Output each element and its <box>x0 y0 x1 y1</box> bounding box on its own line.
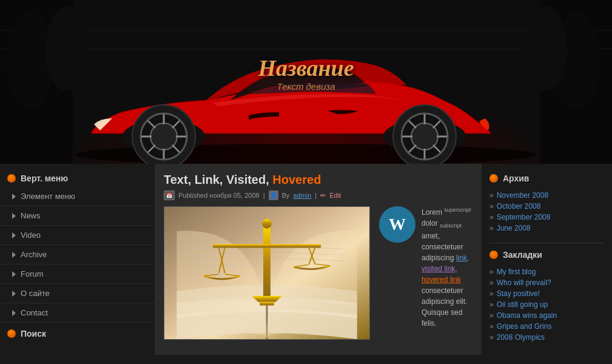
archive-links: November 2008 October 2008 September 200… <box>485 190 609 240</box>
sidebar-item-forum[interactable]: Forum <box>0 265 155 284</box>
archive-item-june: June 2008 <box>489 223 604 234</box>
post-published: Published ноября 05, 2008 <box>178 192 260 199</box>
scales-illustration <box>164 207 369 339</box>
meta-separator2: | <box>315 192 317 199</box>
sidebar-item-label: Элемент меню <box>21 192 75 201</box>
bookmark-item-6: Gripes and Grins <box>489 321 604 332</box>
bookmark-item-4: Oil still going up <box>489 299 604 310</box>
nav-header-bullet <box>7 174 16 183</box>
main-content: Text, Link, Visited, Hovered 📅 Published… <box>155 164 482 355</box>
archive-link-june[interactable]: June 2008 <box>497 224 531 232</box>
site-tagline: Текст девиза <box>258 81 354 92</box>
bookmark-item-3: Stay positive! <box>489 288 604 299</box>
bookmarks-header-label: Закладки <box>503 250 542 260</box>
arrow-icon <box>12 252 16 258</box>
bookmarks-bullet <box>489 251 498 259</box>
edit-link[interactable]: Edit <box>329 192 341 199</box>
sidebar-item-news[interactable]: News <box>0 206 155 226</box>
arrow-icon <box>12 271 16 277</box>
search-header-bullet <box>7 329 16 338</box>
sidebar-item-label: Video <box>21 231 41 240</box>
edit-icon: ✏ <box>320 192 326 200</box>
header-banner: Название Текст девиза <box>0 0 612 164</box>
sidebar-right: Архив November 2008 October 2008 Septemb… <box>482 164 612 355</box>
user-icon: 👤 <box>269 190 278 200</box>
visited-link[interactable]: visited link, <box>422 265 457 273</box>
arrow-icon <box>12 232 16 238</box>
post-title: Text, Link, Visited, Hovered <box>164 173 472 187</box>
bookmark-link-5[interactable]: Obama wins again <box>497 311 557 320</box>
sidebar-item-contact[interactable]: Contact <box>0 303 155 323</box>
search-header: Поиск <box>0 323 155 342</box>
text-dolor: dolor <box>422 219 438 228</box>
bookmark-links: My first blog Who will prevail? Stay pos… <box>485 266 609 349</box>
sidebar-item-label: News <box>21 211 41 220</box>
archive-item-september: September 2008 <box>489 212 604 223</box>
bookmarks-header: Закладки <box>485 246 609 263</box>
sidebar-left: Верт. меню Элемент меню News Video Archi… <box>0 164 155 355</box>
bookmark-item-7: 2008 Olympics <box>489 332 604 343</box>
bookmark-link-4[interactable]: Oil still going up <box>497 300 548 309</box>
post-title-normal: Text, Link, Visited, <box>164 173 272 186</box>
superscript-text: superscript <box>444 207 471 213</box>
post-image <box>164 206 370 340</box>
bookmark-link-6[interactable]: Gripes and Grins <box>497 322 552 331</box>
post-content: W Lorem superscript dolor subscript amet… <box>164 206 472 340</box>
calendar-icon: 📅 <box>164 190 175 200</box>
search-header-label: Поиск <box>21 329 46 339</box>
text-consectetuer: consectetuer adipiscing elit. Quisque se… <box>422 286 467 328</box>
sidebar-item-video[interactable]: Video <box>0 226 155 245</box>
hovered-link[interactable]: hovered link <box>422 275 461 284</box>
nav-header-label: Верт. меню <box>21 174 68 183</box>
archive-link-november[interactable]: November 2008 <box>497 191 548 200</box>
bookmark-link-2[interactable]: Who will prevail? <box>497 278 551 287</box>
main-wrapper: Верт. меню Элемент меню News Video Archi… <box>0 164 612 355</box>
bookmark-link-7[interactable]: 2008 Olympics <box>497 333 545 342</box>
sidebar-item-about[interactable]: О сайте <box>0 284 155 303</box>
text-lorem: Lorem <box>422 208 442 217</box>
svg-rect-55 <box>260 302 274 306</box>
post-header: Text, Link, Visited, Hovered 📅 Published… <box>164 173 472 200</box>
arrow-icon <box>12 213 16 219</box>
sidebar-item-label: О сайте <box>21 289 50 298</box>
bookmark-item-5: Obama wins again <box>489 310 604 321</box>
bookmark-item-2: Who will prevail? <box>489 277 604 288</box>
sidebar-item-archive[interactable]: Archive <box>0 245 155 265</box>
archive-item-november: November 2008 <box>489 190 604 201</box>
sidebar-item-label: Forum <box>21 269 44 278</box>
bookmark-link-1[interactable]: My first blog <box>497 268 536 276</box>
meta-separator: | <box>263 192 265 199</box>
svg-point-32 <box>45 6 88 91</box>
subscript-text: subscript <box>440 223 462 229</box>
archive-link-october[interactable]: October 2008 <box>497 202 541 211</box>
wordpress-logo: W <box>379 206 415 243</box>
link-text[interactable]: link, <box>456 254 469 262</box>
post-meta: 📅 Published ноября 05, 2008 | 👤 By admin… <box>164 190 472 200</box>
post-text-area: W Lorem superscript dolor subscript amet… <box>379 206 472 340</box>
author-link[interactable]: admin <box>293 192 311 199</box>
archive-bullet <box>489 174 498 183</box>
sidebar-item-label: Contact <box>21 308 48 317</box>
post-text-content: Lorem superscript dolor subscript amet, … <box>422 206 472 329</box>
post-text-top: W Lorem superscript dolor subscript amet… <box>379 206 472 329</box>
sidebar-item-label: Archive <box>21 250 47 259</box>
svg-point-34 <box>525 6 567 91</box>
arrow-icon <box>12 310 16 316</box>
bookmark-item-1: My first blog <box>489 266 604 277</box>
site-title-area: Название Текст девиза <box>258 55 354 92</box>
meta-by: By <box>282 192 290 199</box>
arrow-icon <box>12 194 16 200</box>
archive-header: Архив <box>485 170 609 187</box>
archive-link-september[interactable]: September 2008 <box>497 213 551 221</box>
svg-rect-44 <box>263 225 271 297</box>
bookmark-link-3[interactable]: Stay positive! <box>497 289 540 298</box>
arrow-icon <box>12 291 16 297</box>
site-title: Название <box>258 55 354 81</box>
svg-point-45 <box>262 219 272 229</box>
sidebar-item-element-menu[interactable]: Элемент меню <box>0 187 155 206</box>
post-title-hovered: Hovered <box>272 173 321 186</box>
nav-header: Верт. меню <box>0 170 155 187</box>
svg-rect-46 <box>213 244 321 248</box>
archive-item-october: October 2008 <box>489 201 604 212</box>
archive-header-label: Архив <box>503 174 529 183</box>
